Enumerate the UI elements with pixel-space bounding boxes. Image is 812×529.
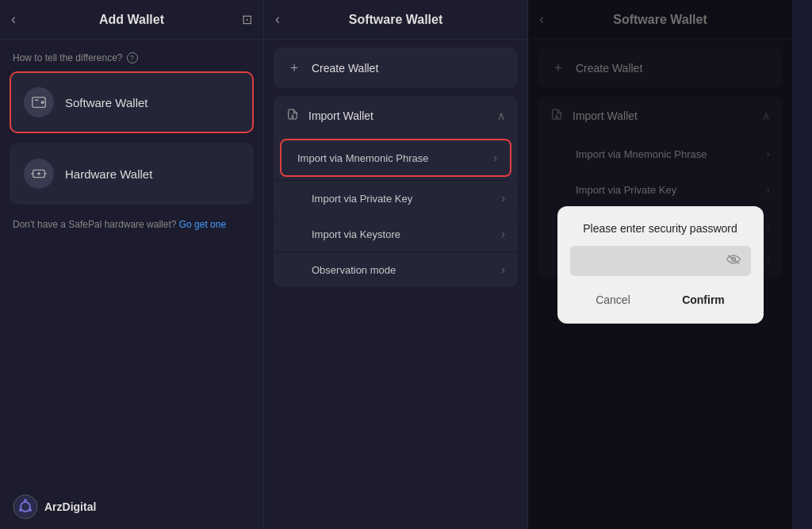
software-wallet-label: Software Wallet (65, 96, 147, 109)
import-mnemonic-item[interactable]: Import via Mnemonic Phrase › (282, 140, 510, 175)
hardware-wallet-label: Hardware Wallet (65, 167, 152, 181)
confirm-button[interactable]: Confirm (666, 289, 741, 311)
hardware-wallet-card[interactable]: Hardware Wallet (10, 143, 254, 205)
create-wallet-item[interactable]: ＋ Create Wallet (274, 48, 518, 88)
import-wallet-section: Import Wallet ∧ Import via Mnemonic Phra… (274, 96, 518, 287)
svg-point-9 (24, 499, 27, 502)
plus-icon: ＋ (286, 59, 302, 76)
svg-point-10 (29, 508, 32, 512)
dont-have-text: Don't have a SafePal hardware wallet? (13, 219, 176, 230)
dialog-title: Please enter security password (570, 222, 751, 235)
panel1-header: ‹ Add Wallet ⊡ (0, 0, 263, 40)
eye-icon[interactable] (726, 254, 741, 268)
private-key-chevron-icon: › (501, 192, 505, 205)
dialog-overlay: Please enter security password Cancel Co… (528, 0, 792, 529)
import-chevron-up-icon: ∧ (497, 109, 505, 122)
panel-add-wallet: ‹ Add Wallet ⊡ How to tell the differenc… (0, 0, 264, 529)
import-mnemonic-label: Import via Mnemonic Phrase (297, 152, 493, 164)
create-wallet-label: Create Wallet (312, 62, 505, 75)
help-link-row: How to tell the difference? ? (10, 48, 254, 71)
import-wallet-header[interactable]: Import Wallet ∧ (274, 96, 518, 136)
observation-mode-item[interactable]: Observation mode › (274, 251, 518, 287)
import-keystore-item[interactable]: Import via Keystore › (274, 216, 518, 251)
panel-software-wallet: ‹ Software Wallet ＋ Create Wallet Import… (264, 0, 528, 529)
panel2-header: ‹ Software Wallet (264, 0, 527, 40)
dialog-input-wrapper (570, 246, 751, 276)
import-keystore-label: Import via Keystore (312, 228, 501, 240)
dont-have-row: Don't have a SafePal hardware wallet? Go… (10, 214, 254, 235)
mnemonic-chevron-icon: › (493, 151, 497, 164)
software-wallet-icon-circle (24, 87, 54, 117)
expand-button[interactable]: ⊡ (242, 12, 252, 27)
import-private-key-label: Import via Private Key (312, 193, 501, 205)
panel1-content: How to tell the difference? ? Software W… (0, 40, 263, 485)
svg-point-11 (19, 508, 22, 512)
observation-mode-label: Observation mode (312, 264, 501, 276)
import-private-key-item[interactable]: Import via Private Key › (274, 180, 518, 216)
software-wallet-icon (30, 94, 48, 111)
back-button-panel2[interactable]: ‹ (275, 11, 280, 28)
keystore-chevron-icon: › (501, 228, 505, 240)
hardware-wallet-icon (30, 165, 48, 182)
panel-software-wallet-dialog: ‹ Software Wallet ＋ Create Wallet Import… (528, 0, 792, 529)
dialog-actions: Cancel Confirm (570, 289, 751, 311)
security-password-input[interactable] (580, 255, 726, 266)
cancel-button[interactable]: Cancel (580, 289, 646, 311)
svg-rect-1 (41, 101, 44, 104)
help-icon[interactable]: ? (127, 52, 138, 63)
back-button-panel1[interactable]: ‹ (11, 11, 16, 28)
arzdigital-logo-icon (13, 494, 38, 519)
import-wallet-label: Import Wallet (308, 109, 488, 122)
hardware-wallet-icon-circle (24, 159, 54, 189)
svg-point-4 (37, 172, 40, 175)
security-password-dialog: Please enter security password Cancel Co… (557, 206, 764, 324)
panel2-title: Software Wallet (349, 13, 443, 27)
go-get-link[interactable]: Go get one (179, 219, 226, 230)
panel1-title: Add Wallet (99, 13, 164, 27)
panel1-footer: ArzDigital (0, 485, 263, 529)
arzdigital-logo-text: ArzDigital (44, 500, 96, 513)
help-text: How to tell the difference? (13, 52, 123, 63)
observation-chevron-icon: › (501, 263, 505, 276)
software-wallet-card[interactable]: Software Wallet (10, 71, 254, 133)
svg-point-7 (13, 495, 37, 519)
import-icon (286, 108, 299, 124)
panel2-content: ＋ Create Wallet Import Wallet ∧ (264, 40, 527, 529)
